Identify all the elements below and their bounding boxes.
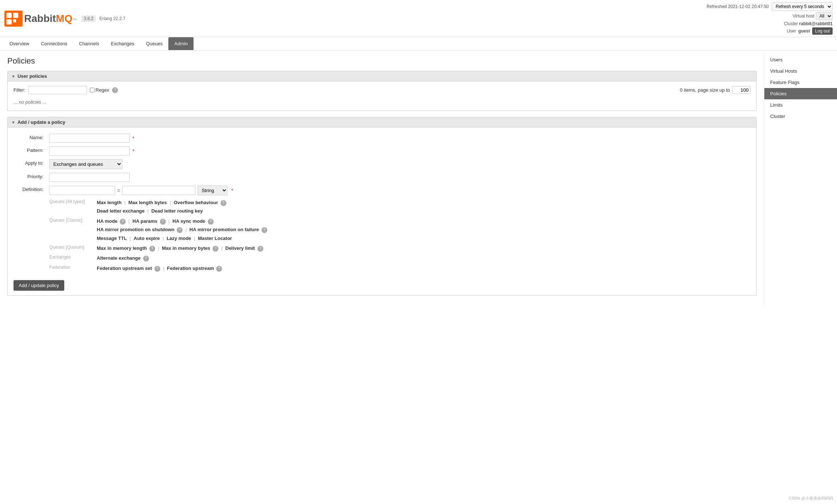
svg-rect-2 <box>7 19 12 24</box>
def-max-memory-bytes[interactable]: Max in memory bytes <box>162 245 210 251</box>
add-update-policy-button[interactable]: Add / update policy <box>14 280 64 291</box>
page-size-input[interactable] <box>732 86 750 94</box>
ha-sync-hint[interactable]: ? <box>208 219 214 225</box>
sidebar-item-cluster[interactable]: Cluster <box>764 111 837 122</box>
queues-all-category: Queues [All types] <box>49 198 97 204</box>
sep7: | <box>130 236 131 241</box>
def-dead-letter-exchange[interactable]: Dead letter exchange <box>97 208 145 214</box>
nav-overview[interactable]: Overview <box>4 37 35 50</box>
user-policies-section: ▼ User policies Filter: Regex ? 0 items,… <box>7 71 757 111</box>
fed-upstream-set-hint[interactable]: ? <box>154 266 160 272</box>
def-delivery-limit[interactable]: Delivery limit <box>225 245 255 251</box>
name-input[interactable] <box>49 134 130 143</box>
sep1: | <box>125 200 126 205</box>
queues-classic-options: HA mode ? | HA params ? | HA sync mode ? <box>97 217 748 243</box>
max-mem-bytes-hint[interactable]: ? <box>213 246 218 252</box>
def-max-length[interactable]: Max length <box>97 200 122 205</box>
def-max-length-bytes[interactable]: Max length bytes <box>129 200 167 205</box>
user-label: User <box>787 28 796 34</box>
nav-connections[interactable]: Connections <box>35 37 73 50</box>
sidebar-item-users[interactable]: Users <box>764 54 837 65</box>
overflow-hint[interactable]: ? <box>221 200 226 206</box>
name-row: Name: * <box>14 132 750 145</box>
sidebar-item-virtual-hosts[interactable]: Virtual Hosts <box>764 65 837 77</box>
add-policy-header[interactable]: ▼ Add / update a policy <box>7 117 757 127</box>
svg-rect-4 <box>13 19 16 22</box>
virtual-host-row: Virtual host All <box>707 12 833 20</box>
def-ha-mode[interactable]: HA mode <box>97 218 118 224</box>
def-dead-letter-routing-key[interactable]: Dead letter routing key <box>151 208 203 214</box>
def-message-ttl[interactable]: Message TTL <box>97 236 127 241</box>
logout-button[interactable]: Log out <box>812 27 833 35</box>
queues-all-options: Max length | Max length bytes | Overflow… <box>97 198 748 215</box>
def-lazy-mode[interactable]: Lazy mode <box>167 236 191 241</box>
policy-form: Name: * Pattern: * App <box>14 132 750 276</box>
ha-shutdown-hint[interactable]: ? <box>177 227 183 233</box>
fed-upstream-hint[interactable]: ? <box>216 266 222 272</box>
def-auto-expire[interactable]: Auto expire <box>134 236 160 241</box>
delivery-limit-hint[interactable]: ? <box>257 246 263 252</box>
ha-failure-hint[interactable]: ? <box>261 227 267 233</box>
sidebar-item-feature-flags[interactable]: Feature Flags <box>764 77 837 88</box>
def-queues-quorum: Queues [Quorum] Max in memory length ? |… <box>49 244 748 252</box>
refresh-select[interactable]: Refresh every 5 seconds <box>772 2 833 11</box>
user-policies-header[interactable]: ▼ User policies <box>7 71 757 81</box>
filter-label: Filter: <box>14 87 26 93</box>
regex-hint[interactable]: ? <box>112 87 118 93</box>
def-master-locator[interactable]: Master Locator <box>198 236 232 241</box>
ha-params-hint[interactable]: ? <box>160 219 166 225</box>
alt-exchange-hint[interactable]: ? <box>143 256 149 261</box>
sidebar-item-limits[interactable]: Limits <box>764 99 837 111</box>
virtual-host-select[interactable]: All <box>816 12 833 20</box>
exchanges-category: Exchanges <box>49 254 97 260</box>
priority-label: Priority: <box>14 171 46 184</box>
rabbitmq-logo-icon <box>4 11 23 27</box>
user-value: guest <box>798 28 810 34</box>
virtual-host-label: Virtual host <box>792 14 814 19</box>
def-federation-upstream[interactable]: Federation upstream <box>167 266 214 271</box>
sep4: | <box>129 218 130 224</box>
regex-label[interactable]: Regex <box>90 87 110 93</box>
pattern-input[interactable] <box>49 146 130 156</box>
def-value-input[interactable] <box>122 186 195 195</box>
max-mem-length-hint[interactable]: ? <box>149 246 155 252</box>
def-max-memory-length[interactable]: Max in memory length <box>97 245 147 251</box>
sep9: | <box>194 236 195 241</box>
version-info: 3.8.2 Erlang 22.2.7 <box>81 15 125 22</box>
def-exchanges: Exchanges Alternate exchange ? <box>49 254 748 262</box>
federation-category: Federation <box>49 264 97 270</box>
def-type-select[interactable]: String Number Boolean List <box>198 186 228 195</box>
def-federation: Federation Federation upstream set ? | F… <box>49 264 748 272</box>
def-required: * <box>231 188 233 193</box>
svg-rect-3 <box>13 13 18 18</box>
def-federation-upstream-set[interactable]: Federation upstream set <box>97 266 152 271</box>
apply-to-select[interactable]: Exchanges and queues Exchanges Queues <box>49 159 122 169</box>
items-text: 0 items, page size up to <box>680 87 730 93</box>
nav-queues[interactable]: Queues <box>140 37 169 50</box>
def-overflow-behaviour[interactable]: Overflow behaviour <box>174 200 218 205</box>
def-key-input[interactable] <box>49 186 115 195</box>
def-ha-mirror-failure[interactable]: HA mirror promotion on failure <box>190 227 259 232</box>
refresh-row: Refreshed 2021-12-02 20:47:50 Refresh ev… <box>707 2 833 11</box>
sep2: | <box>170 200 171 205</box>
priority-input[interactable] <box>49 173 130 182</box>
page-title: Policies <box>7 56 757 66</box>
collapse-arrow: ▼ <box>11 74 15 79</box>
def-alternate-exchange[interactable]: Alternate exchange <box>97 255 141 261</box>
nav-channels[interactable]: Channels <box>73 37 105 50</box>
regex-checkbox[interactable] <box>90 88 95 92</box>
queues-quorum-category: Queues [Quorum] <box>49 244 97 250</box>
pattern-row: Pattern: * <box>14 145 750 157</box>
cluster-value: rabbit@rabbit01 <box>799 21 833 26</box>
nav-admin[interactable]: Admin <box>168 37 194 50</box>
ha-mode-hint[interactable]: ? <box>120 219 126 225</box>
sidebar-item-policies[interactable]: Policies <box>764 88 837 99</box>
def-ha-sync-mode[interactable]: HA sync mode <box>172 218 205 224</box>
no-policies-text: ... no policies ... <box>14 98 750 106</box>
main-content: Policies ▼ User policies Filter: Regex ?… <box>0 50 764 307</box>
def-ha-params[interactable]: HA params <box>133 218 157 224</box>
nav-exchanges[interactable]: Exchanges <box>105 37 140 50</box>
user-row: User guest Log out <box>707 27 833 35</box>
filter-input[interactable] <box>28 86 87 94</box>
def-ha-mirror-shutdown[interactable]: HA mirror promotion on shutdown <box>97 227 175 232</box>
